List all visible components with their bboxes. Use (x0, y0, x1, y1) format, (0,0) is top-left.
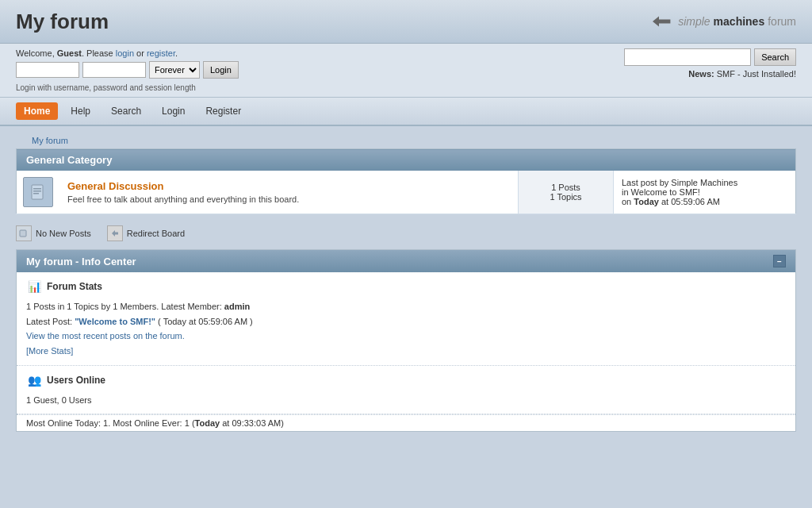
svg-rect-2 (33, 188, 41, 190)
redirect-board-label: Redirect Board (127, 229, 185, 238)
users-online-section: 👥 Users Online 1 Guest, 0 Users (17, 366, 795, 415)
last-post-on: on (622, 197, 634, 206)
forum-title: My forum (16, 10, 109, 34)
redirect-icon-svg (110, 229, 120, 238)
no-new-posts-icon (16, 225, 32, 241)
document-icon (29, 183, 47, 201)
forum-posts-count: 1 Posts (525, 183, 607, 192)
legend-no-new-posts: No New Posts (16, 225, 91, 241)
forum-name-link[interactable]: General Discussion (67, 180, 163, 192)
guest-label: Guest (57, 48, 82, 58)
last-post-today: Today (634, 197, 659, 206)
topbar-left: Welcome, Guest. Please login or register… (16, 48, 239, 92)
recent-posts-link[interactable]: View the most recent posts on the forum. (26, 331, 185, 341)
svg-rect-5 (20, 230, 26, 237)
logo-arrow-icon (653, 16, 672, 27)
forum-stats-section: 📊 Forum Stats 1 Posts in 1 Topics by 1 M… (17, 272, 795, 366)
forum-icon-cell (17, 171, 60, 214)
users-online-label: Users Online (47, 375, 105, 386)
welcome-prefix: Welcome, (16, 48, 57, 58)
forum-topics-count: 1 Topics (525, 192, 607, 202)
nav-help[interactable]: Help (63, 102, 98, 120)
welcome-middle: . Please (82, 48, 116, 58)
forum-stats-label: Forum Stats (47, 281, 102, 292)
latest-post-time: ( Today at 05:59:06 AM ) (155, 317, 253, 326)
users-online-title: 👥 Users Online (26, 372, 786, 388)
latest-member: admin (224, 302, 250, 311)
forum-table: General Category General Discussion Feel… (16, 148, 796, 214)
topbar: Welcome, Guest. Please login or register… (0, 44, 812, 98)
navbar: Home Help Search Login Register (0, 98, 812, 126)
welcome-text: Welcome, Guest. Please login or register… (16, 48, 239, 58)
info-center-header: My forum - Info Center − (17, 250, 795, 272)
last-post-time: at 05:59:06 AM (659, 197, 720, 206)
forum-stats-title: 📊 Forum Stats (26, 279, 786, 294)
search-button[interactable]: Search (754, 48, 796, 66)
breadcrumb-home[interactable]: My forum (32, 136, 68, 145)
stats-summary: 1 Posts in 1 Topics by 1 Members. Latest… (26, 302, 224, 311)
redirect-board-icon (107, 225, 123, 241)
search-input[interactable] (624, 48, 751, 66)
most-online-text: Most Online Today: 1. Most Online Ever: … (26, 418, 195, 428)
svg-rect-4 (33, 193, 39, 194)
last-post-in: in Welcome to SMF! (622, 187, 700, 197)
page-header: My forum simplemachines forum (0, 0, 812, 44)
forum-info-cell: General Discussion Feel free to talk abo… (59, 171, 519, 214)
welcome-after: . (175, 48, 178, 58)
svg-rect-3 (33, 190, 41, 192)
session-hint: Login with username, password and sessio… (16, 83, 239, 92)
stats-icon: 📊 (26, 279, 42, 294)
logo-simple: simple (678, 15, 710, 28)
logo-machines: machines (714, 15, 765, 28)
nav-home[interactable]: Home (16, 102, 58, 120)
latest-post-link[interactable]: "Welcome to SMF!" (75, 317, 155, 326)
logo-forum: forum (768, 15, 796, 28)
forum-stats-cell: 1 Posts 1 Topics (519, 171, 614, 214)
register-link[interactable]: register (147, 48, 175, 58)
news-row: News: SMF - Just Installed! (624, 69, 796, 79)
svg-marker-6 (112, 230, 118, 237)
legend-row: No New Posts Redirect Board (16, 222, 796, 249)
login-link[interactable]: login (116, 48, 134, 58)
forum-last-post-cell: Last post by Simple Machines in Welcome … (614, 171, 796, 214)
search-row: Search (624, 48, 796, 66)
forum-description: Feel free to talk about anything and eve… (67, 194, 510, 204)
username-input[interactable] (16, 62, 79, 78)
forum-stats-content: 1 Posts in 1 Topics by 1 Members. Latest… (26, 299, 786, 359)
info-center: My forum - Info Center − 📊 Forum Stats 1… (16, 249, 796, 432)
nav-register[interactable]: Register (197, 102, 249, 120)
news-label: News: (688, 69, 714, 79)
forum-row: General Discussion Feel free to talk abo… (17, 171, 796, 214)
news-text: SMF - Just Installed! (717, 69, 796, 79)
session-select[interactable]: Forever (149, 61, 200, 79)
online-count: 1 Guest, 0 Users (26, 395, 92, 405)
last-post-by: Last post by Simple Machines (622, 178, 737, 187)
topbar-right: Search News: SMF - Just Installed! (624, 48, 796, 79)
more-stats-link[interactable]: [More Stats] (26, 346, 73, 356)
latest-post-label: Latest Post: (26, 317, 75, 326)
smf-logo: simplemachines forum (653, 15, 796, 28)
nav-login[interactable]: Login (154, 102, 193, 120)
forum-icon (23, 177, 53, 207)
users-online-content: 1 Guest, 0 Users (26, 393, 786, 408)
category-title: General Category (17, 149, 796, 171)
svg-marker-0 (653, 17, 670, 27)
category-header-row: General Category (17, 149, 796, 171)
no-new-posts-label: No New Posts (36, 229, 91, 238)
nav-search[interactable]: Search (103, 102, 149, 120)
svg-rect-1 (32, 185, 43, 199)
most-online-today: Today (195, 418, 220, 428)
main-content: My forum General Category General Discus… (0, 126, 812, 448)
login-form: Forever Login (16, 61, 239, 79)
password-input[interactable] (82, 62, 146, 78)
welcome-or: or (134, 48, 147, 58)
login-button[interactable]: Login (203, 61, 239, 79)
most-online-time: at 09:33:03 AM) (220, 418, 284, 428)
most-online-row: Most Online Today: 1. Most Online Ever: … (17, 414, 795, 431)
no-new-icon-svg (19, 229, 29, 238)
breadcrumb: My forum (16, 129, 796, 148)
info-center-title: My forum - Info Center (26, 256, 136, 267)
collapse-button[interactable]: − (773, 255, 786, 267)
legend-redirect-board: Redirect Board (107, 225, 185, 241)
users-icon: 👥 (26, 372, 42, 388)
